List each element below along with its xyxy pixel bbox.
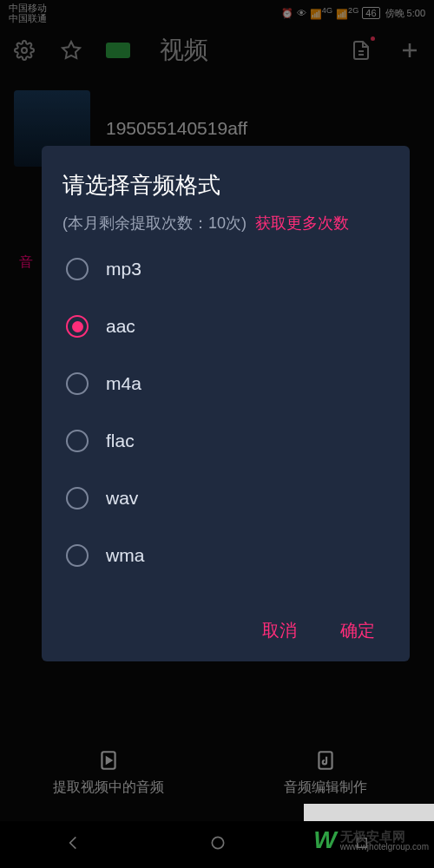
- radio-indicator-icon: [66, 544, 89, 567]
- radio-label: wav: [106, 488, 138, 509]
- radio-option-m4a[interactable]: m4a: [66, 372, 389, 395]
- radio-option-aac[interactable]: aac: [66, 315, 389, 338]
- radio-indicator-icon: [66, 372, 89, 395]
- radio-indicator-icon: [66, 487, 89, 510]
- modal-title: 请选择音频格式: [62, 170, 389, 201]
- watermark-url: www.wjhotelgroup.com: [340, 843, 429, 852]
- format-options-list: mp3aacm4aflacwavwma: [62, 258, 389, 567]
- radio-label: flac: [106, 431, 135, 451]
- confirm-button[interactable]: 确定: [340, 619, 375, 642]
- radio-label: wma: [106, 545, 144, 566]
- watermark-logo-icon: W: [313, 826, 334, 854]
- radio-option-mp3[interactable]: mp3: [66, 258, 389, 280]
- watermark-bg: [304, 804, 434, 821]
- radio-label: mp3: [106, 259, 141, 279]
- radio-indicator-icon: [66, 258, 89, 280]
- get-more-link[interactable]: 获取更多次数: [255, 213, 349, 233]
- radio-indicator-icon: [66, 430, 89, 452]
- watermark: W 无极安卓网 www.wjhotelgroup.com: [313, 826, 434, 854]
- remaining-count: (本月剩余提取次数：10次): [62, 213, 247, 233]
- radio-label: m4a: [106, 373, 141, 394]
- radio-option-wav[interactable]: wav: [66, 487, 389, 510]
- cancel-button[interactable]: 取消: [262, 619, 297, 642]
- radio-label: aac: [106, 316, 135, 337]
- watermark-brand: 无极安卓网: [340, 830, 429, 843]
- radio-indicator-icon: [66, 315, 89, 338]
- radio-option-flac[interactable]: flac: [66, 430, 389, 452]
- radio-option-wma[interactable]: wma: [66, 544, 389, 567]
- format-select-modal: 请选择音频格式 (本月剩余提取次数：10次) 获取更多次数 mp3aacm4af…: [42, 146, 410, 661]
